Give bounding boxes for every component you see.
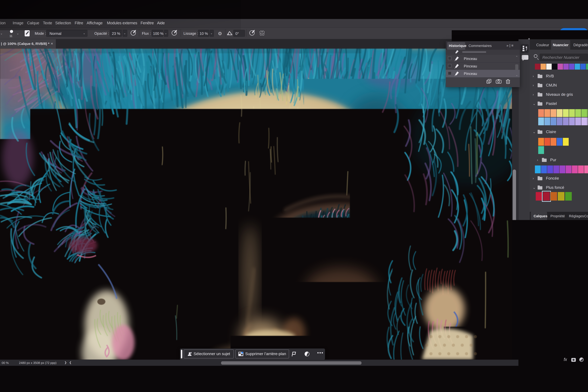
svg-text:P: P xyxy=(308,371,310,375)
svg-text:X: X xyxy=(334,371,337,375)
svg-text:N: N xyxy=(375,371,378,375)
svg-text:Ps: Ps xyxy=(403,371,407,375)
svg-text:W: W xyxy=(348,371,351,375)
svg-text:T: T xyxy=(389,371,391,375)
